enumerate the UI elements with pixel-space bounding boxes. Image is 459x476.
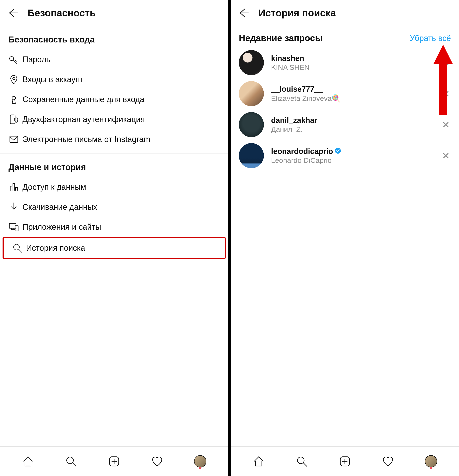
recent-header-row: Недавние запросы Убрать всё: [231, 26, 459, 47]
add-post-icon: [339, 455, 351, 468]
page-title: История поиска: [258, 7, 336, 19]
label: Приложения и сайты: [23, 222, 101, 232]
fullname: Leonardo DiCaprio: [271, 156, 441, 165]
security-settings-screen: Безопасность Безопасность входа Пароль В…: [0, 0, 228, 476]
svg-rect-4: [10, 136, 18, 142]
keyhole-icon: [8, 94, 23, 105]
fullname: Elizaveta Zinoveva: [271, 94, 332, 102]
search-icon: [12, 243, 26, 253]
bottom-nav: [0, 446, 228, 476]
svg-point-1: [13, 77, 15, 80]
arrow-left-icon: [238, 8, 249, 18]
mail-icon: [8, 134, 23, 144]
recent-item[interactable]: kinashen KINA SHEN: [231, 47, 459, 78]
avatar: [239, 143, 264, 168]
label: Пароль: [23, 55, 50, 64]
settings-body: Безопасность входа Пароль Входы в аккаун…: [0, 26, 228, 446]
clear-all-button[interactable]: Убрать всё: [410, 34, 451, 43]
settings-row-password[interactable]: Пароль: [0, 50, 228, 69]
nav-add[interactable]: [107, 455, 121, 468]
home-icon: [253, 455, 265, 468]
emoji: 🍭: [332, 94, 340, 102]
search-icon: [65, 455, 77, 468]
recent-item[interactable]: leonardodicaprio Leonardo DiCaprio: [231, 140, 459, 171]
header: История поиска: [231, 0, 459, 26]
close-icon: [442, 90, 450, 97]
avatar: [239, 50, 264, 75]
download-icon: [8, 202, 23, 212]
svg-point-8: [67, 457, 73, 463]
key-icon: [8, 54, 23, 65]
home-icon: [22, 455, 34, 468]
remove-button[interactable]: [441, 58, 451, 68]
settings-row-search-history[interactable]: История поиска: [2, 237, 226, 259]
avatar: [239, 112, 264, 137]
settings-row-data-access[interactable]: Доступ к данным: [0, 177, 228, 197]
profile-avatar-icon: [194, 455, 206, 468]
svg-point-0: [9, 57, 14, 60]
recent-item[interactable]: danil_zakhar Данил_Z.: [231, 109, 459, 140]
back-button[interactable]: [6, 7, 19, 19]
bars-icon: [8, 182, 23, 192]
username: danil_zakhar: [271, 116, 317, 125]
svg-point-2: [12, 96, 16, 100]
label: Электронные письма от Instagram: [23, 135, 150, 144]
verified-badge-icon: [335, 147, 341, 156]
nav-home[interactable]: [21, 455, 35, 468]
page-title: Безопасность: [28, 7, 96, 19]
close-icon: [442, 152, 450, 159]
close-icon: [442, 121, 450, 128]
panel-divider: [228, 0, 231, 476]
remove-button[interactable]: [441, 119, 451, 130]
settings-row-download-data[interactable]: Скачивание данных: [0, 197, 228, 217]
fullname: Данил_Z.: [271, 125, 441, 134]
back-button[interactable]: [237, 7, 250, 19]
nav-activity[interactable]: [381, 455, 395, 468]
search-icon: [296, 455, 308, 468]
label: Сохраненные данные для входа: [23, 95, 144, 104]
username: kinashen: [271, 54, 304, 63]
avatar: [239, 81, 264, 106]
settings-row-emails[interactable]: Электронные письма от Instagram: [0, 129, 228, 149]
heart-icon: [151, 455, 163, 468]
label: Доступ к данным: [23, 183, 86, 192]
fullname: KINA SHEN: [271, 63, 441, 72]
remove-button[interactable]: [441, 89, 451, 99]
recent-list: kinashen KINA SHEN __louise777__ Elizave…: [231, 47, 459, 446]
nav-activity[interactable]: [150, 455, 164, 468]
username: __louise777__: [271, 85, 323, 94]
username: leonardodicaprio: [271, 147, 333, 156]
profile-avatar-icon: [425, 455, 437, 468]
label: Двухфакторная аутентификация: [23, 115, 145, 124]
recent-item[interactable]: __louise777__ Elizaveta Zinoveva🍭: [231, 78, 459, 109]
nav-add[interactable]: [338, 455, 352, 468]
svg-point-12: [297, 457, 304, 463]
nav-profile[interactable]: [193, 455, 207, 468]
add-post-icon: [108, 455, 120, 468]
bottom-nav: [231, 446, 459, 476]
heart-icon: [382, 455, 394, 468]
settings-row-two-factor[interactable]: Двухфакторная аутентификация: [0, 109, 228, 129]
label: Входы в аккаунт: [23, 75, 83, 84]
label: Скачивание данных: [23, 203, 97, 212]
nav-search[interactable]: [295, 455, 309, 468]
remove-button[interactable]: [441, 151, 451, 161]
arrow-left-icon: [7, 8, 18, 18]
settings-row-login-activity[interactable]: Входы в аккаунт: [0, 69, 228, 89]
settings-row-saved-login[interactable]: Сохраненные данные для входа: [0, 89, 228, 109]
section-header-login-security: Безопасность входа: [0, 26, 228, 50]
nav-home[interactable]: [252, 455, 266, 468]
phone-shield-icon: [8, 114, 23, 125]
recent-header-label: Недавние запросы: [239, 33, 323, 43]
header: Безопасность: [0, 0, 228, 26]
devices-icon: [8, 222, 23, 232]
search-history-screen: История поиска Недавние запросы Убрать в…: [231, 0, 459, 476]
nav-search[interactable]: [64, 455, 78, 468]
pin-icon: [8, 74, 23, 85]
section-header-data-history: Данные и история: [0, 154, 228, 177]
close-icon: [442, 59, 450, 66]
svg-point-7: [14, 244, 19, 250]
svg-rect-3: [10, 115, 15, 124]
settings-row-apps-websites[interactable]: Приложения и сайты: [0, 217, 228, 237]
nav-profile[interactable]: [424, 455, 438, 468]
